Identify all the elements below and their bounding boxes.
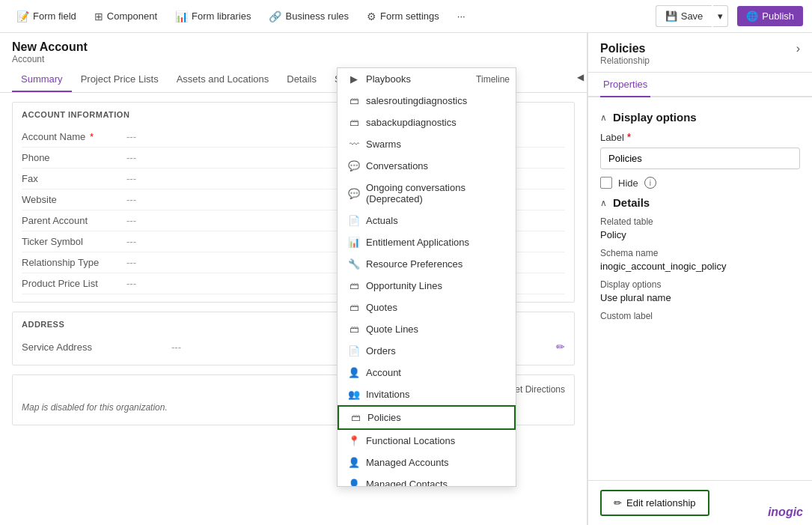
save-dropdown-button[interactable]: ▾ [713,5,728,27]
publish-button[interactable]: 🌐 Publish [737,6,803,26]
edit-address-button[interactable]: ✏ [556,341,565,353]
label-field-label: Label [600,132,624,143]
required-star: * [90,131,94,142]
website-label: Website [22,194,126,205]
toolbar-form-field[interactable]: 📝 Form field [9,6,84,27]
label-input[interactable] [600,148,800,169]
phone-value: --- [126,152,136,163]
parent-account-value: --- [126,215,136,226]
tab-project-price-lists[interactable]: Project Price Lists [72,67,168,92]
dropdown-actuals[interactable]: 📄 Actuals [338,210,516,231]
dropdown-opportunity-lines[interactable]: 🗃 Opportunity Lines [338,275,516,297]
schema-name-field: Schema name inogic_account_inogic_policy [600,248,800,272]
related-table-label: Related table [600,216,800,227]
form-settings-icon: ⚙ [367,10,376,22]
display-options-header: ∧ Display options [600,111,800,124]
parent-account-label: Parent Account [22,215,126,226]
custom-label-field: Custom label [600,311,800,321]
toolbar-business-rules[interactable]: 🔗 Business rules [261,6,356,27]
tab-details[interactable]: Details [278,67,326,92]
details-chevron[interactable]: ∧ [600,198,607,208]
display-options-heading: Display options [613,111,697,124]
dropdown-resource-prefs[interactable]: 🔧 Resource Preferences [338,253,516,275]
toolbar-component[interactable]: ⊞ Component [87,6,165,27]
form-field-icon: 📝 [16,10,29,22]
tab-assets-locations[interactable]: Assets and Locations [168,67,278,92]
display-options-chevron[interactable]: ∧ [600,112,607,123]
tabs-row: Summary Project Price Lists Assets and L… [0,67,587,93]
dropdown-quote-lines[interactable]: 🗃 Quote Lines [338,318,516,340]
label-field-row: Label * [600,131,800,143]
tabs-overflow-button[interactable]: ◀ [577,72,584,82]
hide-info-icon[interactable]: i [644,177,656,189]
dropdown-conversations[interactable]: 💬 Conversations [338,155,516,177]
orders-icon: 📄 [348,345,360,356]
dropdown-managed-contacts[interactable]: 👤 Managed Contacts [338,473,516,487]
dropdown-functional-locations[interactable]: 📍 Functional Locations [338,430,516,452]
service-address-label: Service Address [22,342,126,353]
quote-lines-icon: 🗃 [348,324,360,335]
display-options-field: Display options Use plural name [600,279,800,303]
price-list-label: Product Price List [22,278,126,289]
related-table-field: Related table Policy [600,216,800,240]
inogic-brand: inogic [768,506,803,519]
opp-lines-icon: 🗃 [348,280,360,291]
save-button[interactable]: 💾 Save [656,5,712,27]
panel-tabs: Properties [588,73,812,97]
dropdown-policies[interactable]: 🗃 Policies [338,405,516,430]
related-dropdown-menu: Timeline ▶ Playbooks 🗃 salesroutingdiagn… [337,67,516,487]
left-panel: New Account Account Summary Project Pric… [0,33,587,525]
ongoing-conv-icon: 💬 [348,188,360,199]
dropdown-ongoing-conversations[interactable]: 💬 Ongoing conversations (Deprecated) [338,177,516,210]
dropdown-entitlement-apps[interactable]: 📊 Entitlement Applications [338,231,516,253]
dropdown-account[interactable]: 👤 Account [338,362,516,383]
edit-relationship-button[interactable]: ✏ Edit relationship [600,490,709,516]
form-subtitle: Account [12,54,575,64]
hide-label: Hide [618,177,638,189]
dropdown-sabackup[interactable]: 🗃 sabackupdiagnostics [338,112,516,133]
toolbar-right: 💾 Save ▾ 🌐 Publish [656,5,803,27]
dropdown-invitations[interactable]: 👥 Invitations [338,383,516,405]
right-panel-header: Policies Relationship › [588,33,812,73]
toolbar-more[interactable]: ··· [450,6,473,26]
rel-type-value: --- [126,257,136,268]
account-name-label: Account Name * [22,131,126,142]
policies-icon: 🗃 [349,412,361,423]
dropdown-orders[interactable]: 📄 Orders [338,340,516,362]
right-panel: Policies Relationship › Properties ∧ Dis… [587,33,812,525]
tab-properties[interactable]: Properties [600,73,650,97]
save-icon: 💾 [665,10,677,22]
playbooks-icon: ▶ [348,73,360,85]
libraries-icon: 📊 [175,10,188,22]
salesrouting-icon: 🗃 [348,95,360,106]
managed-accounts-icon: 👤 [348,457,360,468]
toolbar-form-settings[interactable]: ⚙ Form settings [359,6,447,27]
form-title: New Account [12,40,575,54]
account-icon: 👤 [348,367,360,378]
panel-chevron-icon[interactable]: › [796,42,800,55]
panel-title: Policies [600,42,650,55]
business-rules-icon: 🔗 [269,10,281,22]
timeline-label: Timeline [470,71,516,88]
publish-icon: 🌐 [746,10,758,22]
dropdown-managed-accounts[interactable]: 👤 Managed Accounts [338,452,516,473]
panel-content: ∧ Display options Label * Hide i ∧ Detai… [588,97,812,480]
dropdown-quotes[interactable]: 🗃 Quotes [338,297,516,318]
tab-summary[interactable]: Summary [12,67,72,92]
edit-relationship-icon: ✏ [614,497,622,509]
hide-row: Hide i [600,177,800,189]
phone-label: Phone [22,152,126,163]
price-list-value: --- [126,278,136,289]
custom-label-label: Custom label [600,311,800,321]
dropdown-salesrouting[interactable]: 🗃 salesroutingdiagnostics [338,90,516,112]
ticker-label: Ticker Symbol [22,236,126,247]
form-header: New Account Account [0,33,587,64]
service-address-value: --- [171,342,181,353]
panel-subtitle: Relationship [600,55,650,66]
conversations-icon: 💬 [348,160,360,172]
related-table-value: Policy [600,229,800,240]
dropdown-swarms[interactable]: 〰 Swarms [338,133,516,155]
hide-checkbox[interactable] [600,177,612,189]
toolbar-form-libraries[interactable]: 📊 Form libraries [168,6,258,27]
label-required-indicator: * [627,131,631,143]
